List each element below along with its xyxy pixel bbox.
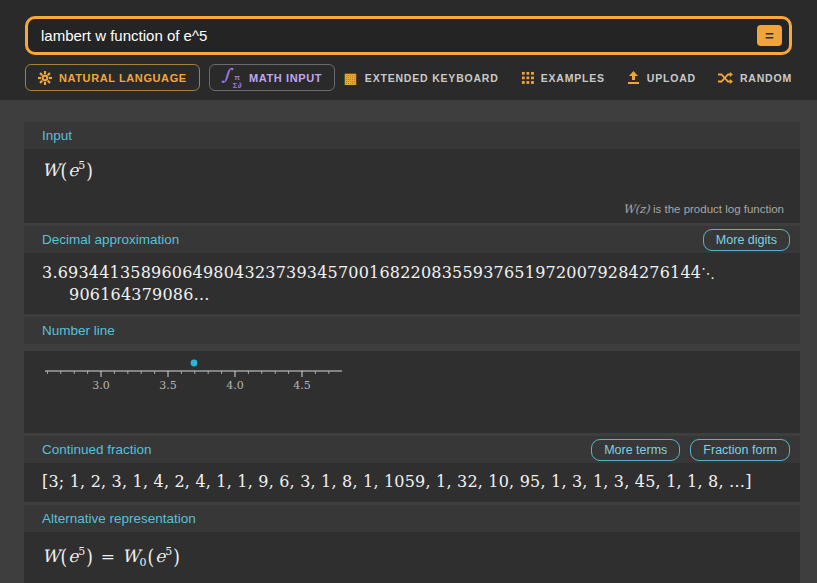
examples-label: EXAMPLES [541, 72, 605, 84]
search-row: = [0, 0, 817, 55]
pod-continued-fraction-title: Continued fraction [42, 442, 152, 457]
math-input-icon: ∫πΣ∂ [222, 65, 242, 91]
wolfram-alpha-results-page: = NATURAL LANGUAGE [0, 0, 817, 583]
tick-label-4-0: 4.0 [226, 379, 244, 392]
productlog-note: W(z) is the product log function [623, 202, 784, 216]
math-input-label: MATH INPUT [249, 72, 322, 84]
number-line-point [191, 360, 198, 367]
pod-continued-fraction: Continued fraction More terms Fraction f… [24, 436, 800, 502]
pod-input-header: Input [24, 122, 800, 149]
decimal-value-line1: 3.69344135896064980432373934570016822083… [42, 262, 782, 284]
input-mode-group: NATURAL LANGUAGE ∫πΣ∂ MATH INPUT [25, 64, 335, 91]
top-toolbar: ▦ EXTENDED KEYBOARD EXAMPLES UPLOAD [344, 71, 792, 85]
input-expression: W(e5) [24, 149, 94, 180]
pod-alternative-representation: Alternative representation W(e5)=W0(e5) [24, 505, 800, 583]
pod-alternative-title: Alternative representation [42, 511, 196, 526]
alternative-expression: W(e5)=W0(e5) [24, 532, 181, 569]
extended-keyboard-button[interactable]: ▦ EXTENDED KEYBOARD [344, 71, 499, 85]
pod-number-line-title: Number line [42, 323, 115, 338]
pod-decimal-title: Decimal approximation [42, 232, 179, 247]
fraction-form-button[interactable]: Fraction form [690, 439, 790, 461]
random-button[interactable]: RANDOM [718, 72, 792, 84]
result-pod: Input W(e5) W(z) is the product log func… [24, 122, 800, 583]
natural-language-button[interactable]: NATURAL LANGUAGE [25, 64, 200, 91]
pod-decimal-approximation: Decimal approximation More digits 3.6934… [24, 226, 800, 314]
natural-language-label: NATURAL LANGUAGE [59, 72, 187, 84]
upload-button[interactable]: UPLOAD [627, 71, 696, 84]
pod-input-body: W(e5) W(z) is the product log function [24, 149, 800, 223]
decimal-value-line2: 906164379086… [69, 284, 782, 305]
major-ticks [101, 371, 302, 377]
upload-arrow-icon [627, 71, 640, 84]
compute-button[interactable]: = [757, 25, 782, 46]
pod-number-line-header: Number line [24, 317, 800, 344]
query-input[interactable] [25, 16, 792, 55]
tick-label-3-0: 3.0 [92, 379, 110, 392]
line-wrap-mark: ⋱ [701, 265, 715, 281]
math-input-button[interactable]: ∫πΣ∂ MATH INPUT [209, 64, 335, 91]
pod-alternative-body: W(e5)=W0(e5) [24, 532, 800, 583]
pod-decimal-header: Decimal approximation More digits [24, 226, 800, 253]
dot-grid-icon [521, 71, 534, 84]
pod-alternative-header: Alternative representation [24, 505, 800, 532]
pod-number-line-body: 3.0 3.5 4.0 4.5 [24, 351, 800, 433]
tick-label-4-5: 4.5 [293, 379, 311, 392]
more-terms-button[interactable]: More terms [591, 439, 680, 461]
random-label: RANDOM [740, 72, 792, 84]
top-bar: = NATURAL LANGUAGE [0, 0, 817, 100]
upload-label: UPLOAD [647, 72, 696, 84]
pod-decimal-body: 3.69344135896064980432373934570016822083… [24, 253, 800, 314]
pod-input-title: Input [42, 128, 72, 143]
search-bar: = [25, 16, 792, 55]
continued-fraction-value: [3; 1, 2, 3, 1, 4, 2, 4, 1, 1, 9, 6, 3, … [42, 472, 752, 491]
shuffle-icon [718, 72, 733, 84]
pod-input: Input W(e5) W(z) is the product log func… [24, 122, 800, 223]
input-mode-row: NATURAL LANGUAGE ∫πΣ∂ MATH INPUT ▦ EXTEN… [25, 64, 792, 91]
keyboard-icon: ▦ [344, 71, 358, 85]
number-line-plot: 3.0 3.5 4.0 4.5 [45, 351, 365, 406]
pod-number-line: Number line [24, 317, 800, 433]
tick-label-3-5: 3.5 [159, 379, 177, 392]
extended-keyboard-label: EXTENDED KEYBOARD [365, 72, 499, 84]
gear-sun-icon [38, 71, 52, 85]
pod-continued-fraction-body: [3; 1, 2, 3, 1, 4, 2, 4, 1, 1, 9, 6, 3, … [24, 463, 800, 502]
examples-button[interactable]: EXAMPLES [521, 71, 605, 84]
pod-continued-fraction-header: Continued fraction More terms Fraction f… [24, 436, 800, 463]
more-digits-button[interactable]: More digits [703, 229, 790, 251]
